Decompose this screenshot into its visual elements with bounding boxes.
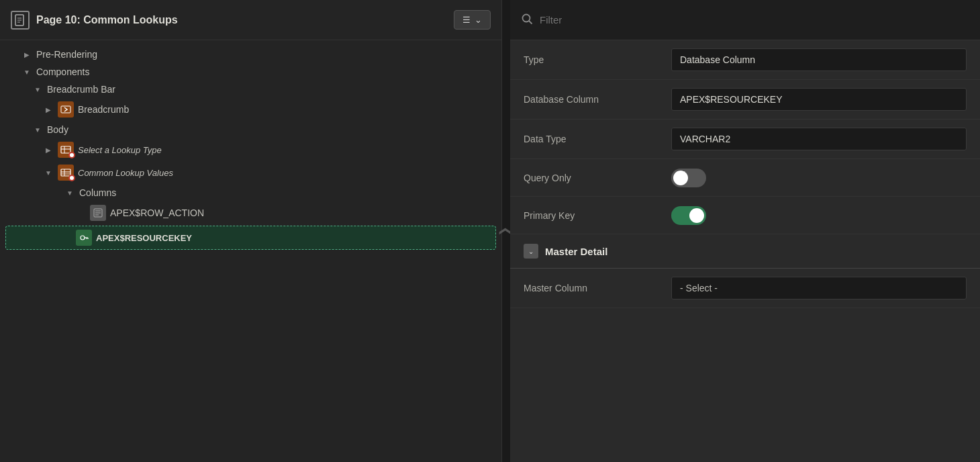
row-action-label: APEX$ROW_ACTION xyxy=(110,207,204,218)
breadcrumb-label: Breadcrumb xyxy=(78,104,129,115)
pre-rendering-label: Pre-Rendering xyxy=(36,49,97,60)
tree-item-row-action[interactable]: APEX$ROW_ACTION xyxy=(0,201,501,224)
type-label: Type xyxy=(524,54,671,65)
primary-key-toggle[interactable] xyxy=(671,206,706,225)
prop-row-master-column: Master Column - Select - xyxy=(510,269,980,308)
tree-item-body[interactable]: Body xyxy=(0,121,501,138)
db-column-value[interactable]: APEX$RESOURCEKEY xyxy=(671,88,967,111)
query-only-label: Query Only xyxy=(524,173,671,183)
tree-item-select-lookup[interactable]: Select a Lookup Type xyxy=(0,138,501,161)
page-icon xyxy=(11,11,30,30)
search-icon xyxy=(521,13,533,28)
resourcekey-icon xyxy=(76,230,92,246)
panel-divider[interactable]: ❮ xyxy=(502,0,510,462)
menu-chevron: ⌄ xyxy=(475,15,482,25)
select-lookup-icon-wrapper xyxy=(58,142,74,158)
db-column-label: Database Column xyxy=(524,94,671,105)
data-type-value[interactable]: VARCHAR2 xyxy=(671,128,967,150)
tree-item-resourcekey[interactable]: APEX$RESOURCEKEY xyxy=(5,226,496,250)
primary-key-label: Primary Key xyxy=(524,210,671,221)
prop-row-db-column: Database Column APEX$RESOURCEKEY xyxy=(510,80,980,120)
master-detail-chevron[interactable]: ⌄ xyxy=(524,244,538,259)
menu-icon: ☰ xyxy=(462,15,471,25)
filter-bar xyxy=(510,0,980,40)
svg-point-20 xyxy=(523,14,530,21)
page-title-area: Page 10: Common Lookups xyxy=(11,11,178,30)
select-lookup-dot xyxy=(68,152,75,158)
tree-item-columns[interactable]: Columns xyxy=(0,184,501,201)
filter-input[interactable] xyxy=(540,14,969,26)
left-header: Page 10: Common Lookups ☰ ⌄ xyxy=(0,0,501,40)
tree-view: Pre-Rendering Components Breadcrumb Bar … xyxy=(0,40,501,462)
svg-point-16 xyxy=(81,236,85,240)
chevron-body xyxy=(32,124,43,135)
left-panel: Page 10: Common Lookups ☰ ⌄ Pre-Renderin… xyxy=(0,0,502,462)
common-lookup-icon-wrapper xyxy=(58,165,74,181)
chevron-columns xyxy=(64,187,75,198)
chevron-common-lookup xyxy=(43,167,54,178)
chevron-breadcrumb xyxy=(43,104,54,115)
chevron-breadcrumb-bar xyxy=(32,84,43,95)
common-lookup-label: Common Lookup Values xyxy=(78,168,173,178)
page-title: Page 10: Common Lookups xyxy=(36,14,178,26)
type-value[interactable]: Database Column xyxy=(671,48,967,71)
chevron-pre-rendering xyxy=(21,49,32,60)
svg-line-21 xyxy=(530,21,532,24)
tree-item-pre-rendering[interactable]: Pre-Rendering xyxy=(0,46,501,63)
row-action-icon xyxy=(90,205,106,221)
tree-item-common-lookup[interactable]: Common Lookup Values xyxy=(0,161,501,184)
chevron-components xyxy=(21,66,32,77)
master-detail-title: Master Detail xyxy=(545,246,607,257)
master-detail-header: ⌄ Master Detail xyxy=(510,234,980,269)
query-only-toggle[interactable] xyxy=(671,169,706,187)
properties-area: Type Database Column Database Column APE… xyxy=(510,40,980,462)
prop-row-data-type: Data Type VARCHAR2 xyxy=(510,120,980,159)
breadcrumb-bar-label: Breadcrumb Bar xyxy=(47,84,115,95)
tree-item-breadcrumb[interactable]: Breadcrumb xyxy=(0,98,501,121)
resourcekey-label: APEX$RESOURCEKEY xyxy=(96,233,192,243)
master-column-label: Master Column xyxy=(524,283,671,293)
master-column-select[interactable]: - Select - xyxy=(671,277,967,299)
components-label: Components xyxy=(36,66,89,77)
prop-row-query-only: Query Only xyxy=(510,159,980,197)
prop-row-type: Type Database Column xyxy=(510,40,980,80)
data-type-label: Data Type xyxy=(524,134,671,144)
body-label: Body xyxy=(47,124,68,135)
prop-row-primary-key: Primary Key xyxy=(510,197,980,234)
breadcrumb-icon xyxy=(58,101,74,118)
menu-button[interactable]: ☰ ⌄ xyxy=(454,10,491,30)
primary-key-knob xyxy=(689,208,704,223)
tree-item-breadcrumb-bar[interactable]: Breadcrumb Bar xyxy=(0,81,501,98)
select-lookup-label: Select a Lookup Type xyxy=(78,145,162,155)
common-lookup-dot xyxy=(68,175,75,181)
right-panel: Type Database Column Database Column APE… xyxy=(510,0,980,462)
columns-label: Columns xyxy=(79,187,116,198)
chevron-select-lookup xyxy=(43,144,54,155)
svg-rect-4 xyxy=(61,106,70,113)
tree-item-components[interactable]: Components xyxy=(0,63,501,81)
query-only-knob xyxy=(673,171,688,185)
